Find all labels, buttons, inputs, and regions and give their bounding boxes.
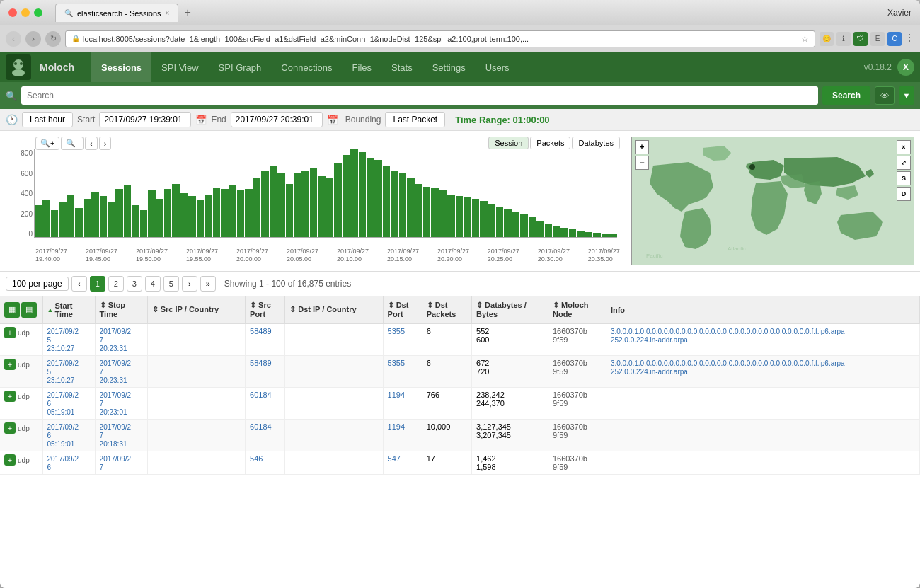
end-label: End (211, 115, 226, 125)
bounding-value-selector[interactable]: Last Packet (385, 112, 445, 127)
zoom-out-button[interactable]: 🔍- (61, 137, 84, 150)
th-dst-ip[interactable]: ⇕ Dst IP / Country (285, 296, 383, 323)
eye-button[interactable]: 👁 (875, 86, 895, 105)
chart-bar (496, 207, 503, 237)
end-calendar-icon[interactable]: 📅 (327, 115, 338, 125)
expand-row-button[interactable]: + (4, 391, 16, 402)
th-node[interactable]: ⇕ MolochNode (548, 296, 606, 323)
expand-row-button[interactable]: + (4, 327, 16, 338)
expand-row-button[interactable]: + (4, 359, 16, 370)
grid-view-button[interactable]: ▦ (4, 302, 20, 318)
refresh-button[interactable]: ↻ (45, 31, 61, 47)
search-magnifier-icon[interactable]: 🔍 (6, 91, 17, 101)
databytes-chart-button[interactable]: Databytes (572, 137, 620, 149)
nav-item-settings[interactable]: Settings (422, 52, 476, 82)
th-start-time[interactable]: ▲ StartTime (42, 296, 95, 323)
map-d-button[interactable]: D (897, 187, 911, 201)
end-time-input[interactable] (231, 112, 323, 127)
forward-button[interactable]: › (25, 31, 41, 47)
extension-icon-4[interactable]: E (870, 32, 885, 46)
expand-row-button[interactable]: + (4, 422, 16, 434)
page-5-button[interactable]: 5 (163, 276, 179, 292)
chart-bar (294, 173, 301, 237)
maximize-traffic-light[interactable] (34, 8, 42, 17)
th-info: Info (606, 296, 919, 323)
x-label-1: 2017/09/2719:40:00 (35, 248, 67, 263)
nav-item-sessions[interactable]: Sessions (91, 52, 151, 82)
map-zoom-in-button[interactable]: + (635, 140, 649, 154)
browser-icons: 😊 ℹ 🛡 E C ⋮ (820, 32, 914, 46)
packets-cell: 6 (422, 323, 471, 356)
new-tab-button[interactable]: + (178, 4, 196, 22)
next-page-button[interactable]: › (182, 276, 197, 292)
page-4-button[interactable]: 4 (145, 276, 161, 292)
chart-bar (59, 202, 66, 237)
expand-row-button[interactable]: + (4, 454, 16, 466)
nav-item-spigraph[interactable]: SPI Graph (209, 52, 272, 82)
start-calendar-icon[interactable]: 📅 (195, 115, 207, 125)
x-label-8: 2017/09/2720:15:00 (387, 248, 419, 263)
src-ip-cell (147, 451, 245, 475)
chart-bar (188, 196, 195, 237)
packets-cell: 6 (422, 356, 471, 388)
chart-bar (261, 171, 268, 237)
tab-close-button[interactable]: × (166, 9, 170, 17)
prev-time-button[interactable]: ‹ (85, 137, 98, 150)
chart-bar (553, 226, 560, 237)
user-icon[interactable]: X (897, 59, 914, 76)
map-zoom-controls: + − (635, 140, 649, 170)
x-label-6: 2017/09/2720:05:00 (287, 248, 318, 263)
nav-item-connections[interactable]: Connections (271, 52, 342, 82)
zoom-in-button[interactable]: 🔍+ (35, 137, 59, 150)
page-3-button[interactable]: 3 (127, 276, 142, 292)
protocol-badge: udp (18, 456, 30, 464)
th-src-port[interactable]: ⇕ SrcPort (246, 296, 285, 323)
minimize-traffic-light[interactable] (21, 8, 30, 17)
extension-icon-3[interactable]: 🛡 (853, 32, 868, 46)
last-page-button[interactable]: » (200, 276, 216, 292)
chart-bar (172, 184, 179, 237)
page-1-button[interactable]: 1 (90, 276, 105, 292)
th-dst-port[interactable]: ⇕ DstPort (383, 296, 422, 323)
search-input[interactable] (21, 86, 818, 105)
time-preset-selector[interactable]: Last hour (22, 112, 73, 127)
page-2-button[interactable]: 2 (108, 276, 124, 292)
world-map: Pacific Atlantic (632, 137, 914, 265)
src-port-cell: 60184 (246, 420, 285, 451)
chart-bar (148, 190, 155, 237)
map-s-button[interactable]: S (897, 171, 911, 185)
map-zoom-out-button[interactable]: − (635, 156, 649, 170)
extension-icon-5[interactable]: C (887, 32, 902, 46)
close-traffic-light[interactable] (8, 8, 17, 17)
th-databytes[interactable]: ⇕ Databytes /Bytes (472, 296, 548, 323)
map-close-button[interactable]: × (897, 140, 911, 154)
session-chart-button[interactable]: Session (488, 137, 529, 149)
list-view-button[interactable]: ▤ (21, 302, 37, 318)
nav-item-files[interactable]: Files (343, 52, 381, 82)
start-time-input[interactable] (99, 112, 191, 127)
per-page-selector[interactable]: 100 per page (6, 277, 69, 291)
map-expand-button[interactable]: ⤢ (897, 156, 911, 170)
chart-bar (529, 217, 536, 237)
packets-chart-button[interactable]: Packets (530, 137, 570, 149)
th-stop-time[interactable]: ⇕ StopTime (95, 296, 147, 323)
active-tab[interactable]: 🔍 elasticsearch - Sessions × (55, 4, 178, 22)
extension-icon-1[interactable]: 😊 (820, 32, 834, 46)
dropdown-button[interactable]: ▼ (899, 86, 914, 105)
svg-text:Atlantic: Atlantic (728, 246, 746, 252)
table-row: + udp 2017/09/26 2017/09/27 546 547 17 1… (0, 451, 920, 475)
nav-item-users[interactable]: Users (476, 52, 519, 82)
info-cell (606, 420, 919, 451)
bookmark-icon[interactable]: ☆ (801, 34, 809, 44)
prev-page-button[interactable]: ‹ (71, 276, 87, 292)
browser-menu-button[interactable]: ⋮ (904, 32, 914, 46)
back-button[interactable]: ‹ (6, 31, 21, 47)
next-time-button[interactable]: › (99, 137, 112, 150)
th-src-ip[interactable]: ⇕ Src IP / Country (147, 296, 245, 323)
extension-icon-2[interactable]: ℹ (836, 32, 851, 46)
nav-item-spiview[interactable]: SPI View (151, 52, 209, 82)
th-dst-packets[interactable]: ⇕ DstPackets (422, 296, 471, 323)
search-button[interactable]: Search (822, 86, 870, 105)
nav-item-stats[interactable]: Stats (381, 52, 422, 82)
x-label-7: 2017/09/2720:10:00 (337, 248, 369, 263)
